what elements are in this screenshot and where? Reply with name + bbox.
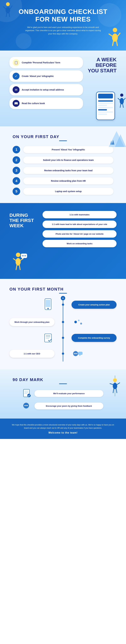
svg-rect-47 <box>78 352 82 355</box>
first-week-tasks: 1:1s with teammates 1:1 with team lead t… <box>43 211 117 247</box>
task-icon-4: 📖 <box>13 100 19 107</box>
hero-deco-2 <box>98 3 121 27</box>
first-day-divider <box>59 140 67 141</box>
first-day-item-5: 5 Laptop and system setup <box>13 188 113 195</box>
svg-line-55 <box>116 389 117 393</box>
svg-line-5 <box>9 13 10 17</box>
first-day-title: ON YOUR FIRST DAY <box>13 134 113 139</box>
week-task-2: 1:1 with team lead to talk about expecta… <box>43 220 117 228</box>
svg-point-32 <box>25 255 26 256</box>
svg-point-63 <box>26 405 27 406</box>
ninety-day-title: 90 DAY MARK <box>13 377 113 382</box>
svg-line-10 <box>113 41 113 46</box>
number-3: 3 <box>13 167 20 174</box>
first-day-pill-4: Review onboarding plan from HR <box>23 178 113 184</box>
number-4: 4 <box>13 177 20 185</box>
svg-point-64 <box>27 405 28 406</box>
ninety-item-1: We'll evaluate your performance <box>23 389 103 398</box>
svg-rect-39 <box>45 334 52 342</box>
svg-line-11 <box>117 41 117 46</box>
week-person-icon <box>13 252 28 271</box>
svg-point-12 <box>120 94 123 97</box>
task-label-1: Complete 'Personal Particulars' form <box>22 61 60 64</box>
person-right-icon <box>107 27 121 48</box>
hero-deco-3 <box>16 33 31 49</box>
week-task-1: 1:1s with teammates <box>43 211 117 218</box>
svg-line-9 <box>118 33 120 36</box>
first-month-title: ON YOUR FIRST MONTH <box>9 287 117 292</box>
svg-line-24 <box>13 259 16 260</box>
ninety-item-2: Encourage your peers by giving them feed… <box>23 401 103 411</box>
week-task-3: Photo and bio for 'About Us' page on our… <box>43 230 117 238</box>
svg-point-35 <box>47 308 49 309</box>
number-2: 2 <box>13 156 20 164</box>
svg-line-26 <box>16 265 17 270</box>
svg-marker-48 <box>79 355 81 356</box>
month-item-4: 1:1 with our CEO <box>9 350 55 358</box>
feedback-icon <box>23 401 31 410</box>
ninety-pill-2: Encourage your peers by giving them feed… <box>35 402 103 409</box>
timeline-dot-3 <box>62 337 64 339</box>
week-figure-area <box>9 252 117 271</box>
svg-line-14 <box>118 98 120 100</box>
evaluate-icon <box>23 389 31 398</box>
task-icon-2: ✓ <box>13 73 19 80</box>
hero-person-left <box>1 2 14 18</box>
task-card-2: ✓ Create 'About you' infographic <box>9 70 83 82</box>
svg-line-54 <box>113 389 114 393</box>
month-item-3: Complete the onboarding survey <box>71 334 117 342</box>
task-card-1: 📋 Complete 'Personal Particulars' form <box>9 57 83 68</box>
ninety-day-divider <box>59 384 67 384</box>
timeline-dot-4 <box>62 352 64 355</box>
svg-line-2 <box>3 7 6 9</box>
svg-line-53 <box>117 383 120 384</box>
svg-point-23 <box>16 258 21 266</box>
svg-point-22 <box>16 253 20 257</box>
task-icon-3: ✉ <box>13 86 19 93</box>
dots-decoration-icon <box>73 317 83 327</box>
task-label-4: Read the culture book <box>22 102 45 104</box>
svg-point-38 <box>80 323 82 324</box>
first-day-pill-1: Present 'About You' infographic <box>23 146 113 153</box>
task-card-3: ✉ Accept invitation to setup email addre… <box>9 84 83 96</box>
svg-line-8 <box>109 34 112 36</box>
week-before-label: A WEEK BEFORE YOU START <box>88 57 117 88</box>
svg-point-0 <box>6 2 10 6</box>
first-day-pill-5: Laptop and system setup <box>23 188 113 195</box>
rappel-person-icon <box>109 376 121 396</box>
number-5: 5 <box>13 188 20 195</box>
footer-welcome: Welcome to the team! <box>9 431 117 434</box>
svg-rect-34 <box>46 300 50 307</box>
week-before-tasks: 📋 Complete 'Personal Particulars' form ✓… <box>9 57 83 109</box>
svg-point-44 <box>74 353 75 354</box>
footer-section: We hope that this checklist provides a m… <box>0 418 126 439</box>
first-month-section: ON YOUR FIRST MONTH + Create your amazin… <box>0 279 126 370</box>
svg-point-46 <box>76 353 77 354</box>
first-day-item-4: 4 Review onboarding plan from HR <box>13 177 113 185</box>
timeline-dot-1 <box>62 304 64 306</box>
rappel-figure <box>109 376 121 396</box>
timeline-dot-2 <box>62 321 64 323</box>
svg-point-45 <box>75 353 76 354</box>
first-day-pill-2: Submit your info to finance and operatio… <box>23 156 113 164</box>
first-day-item-2: 2 Submit your info to finance and operat… <box>13 156 113 164</box>
first-month-divider <box>59 293 67 294</box>
svg-point-51 <box>113 383 117 389</box>
footer-text: We hope that this checklist provides a m… <box>9 423 117 430</box>
person-left-icon <box>1 2 14 18</box>
svg-line-4 <box>6 13 7 17</box>
hero-person-right <box>107 27 121 48</box>
svg-point-1 <box>5 7 10 14</box>
task-label-2: Create 'About you' infographic <box>22 75 54 78</box>
task-card-4: 📖 Read the culture book <box>9 98 83 109</box>
chat-bubble-icon <box>72 349 83 358</box>
svg-line-17 <box>123 104 123 108</box>
svg-line-15 <box>124 98 125 100</box>
ninety-icon-wrap-1 <box>23 389 31 398</box>
document-icon <box>43 333 53 342</box>
svg-line-27 <box>19 265 20 270</box>
svg-line-16 <box>120 104 121 108</box>
month-item-2: Work through your onboarding plan <box>9 318 55 326</box>
week-before-section: 📋 Complete 'Personal Particulars' form ✓… <box>0 50 126 126</box>
svg-point-13 <box>120 98 124 104</box>
